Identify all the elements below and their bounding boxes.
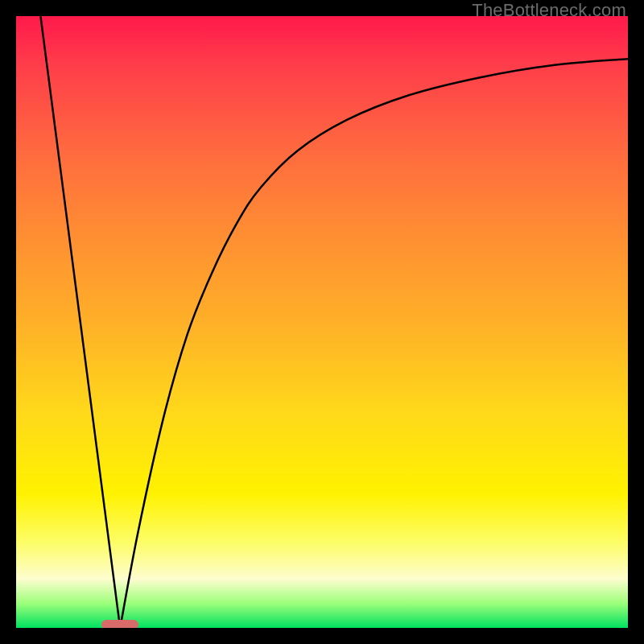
optimum-marker [101,620,138,628]
curve-left-leg [40,16,120,628]
chart-frame: TheBottleneck.com [0,0,644,644]
curve-svg [16,16,628,628]
plot-area [16,16,628,628]
watermark-text: TheBottleneck.com [472,0,626,21]
curve-right [120,59,628,628]
